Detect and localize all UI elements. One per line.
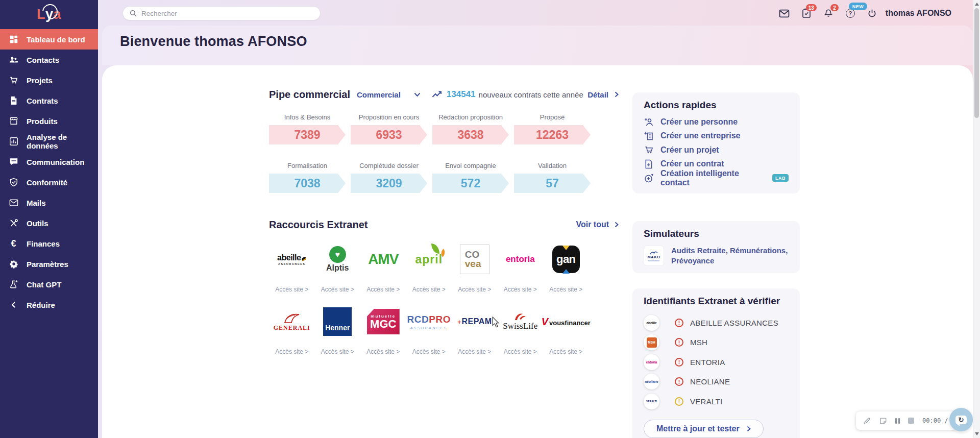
update-and-test-button[interactable]: Mettre à jour et tester: [644, 420, 764, 438]
sidebar-item-conformite[interactable]: Conformité: [0, 172, 98, 192]
alptis-logo[interactable]: Alptis: [326, 243, 349, 276]
access-site-link[interactable]: Accès site >: [549, 286, 582, 293]
access-site-link[interactable]: Accès site >: [366, 348, 400, 355]
sidebar-item-dashboard[interactable]: Tableau de bord: [0, 29, 98, 50]
tasks-icon[interactable]: 13: [801, 8, 812, 19]
sidebar-item-communication[interactable]: Communication: [0, 152, 98, 172]
app-logo[interactable]: Lya: [0, 0, 98, 29]
sidebar-item-label: Paramètres: [27, 260, 68, 269]
stage-chip[interactable]: 3638: [432, 125, 509, 144]
swisslife-logo[interactable]: SwissLife: [503, 305, 537, 338]
voir-tout-link[interactable]: Voir tout: [576, 220, 619, 229]
extranet-tile-covea: CO vea Accès site >: [452, 243, 498, 305]
simulateur-mako-link[interactable]: MAKO Audits Retraite, Rémunérations, Pré…: [644, 246, 789, 266]
sidebar-item-label: Réduire: [27, 301, 55, 309]
abeille-logo[interactable]: abeille ASSURANCES: [277, 243, 306, 276]
access-site-link[interactable]: Accès site >: [321, 286, 354, 293]
access-site-link[interactable]: Accès site >: [549, 348, 582, 355]
stage-chip[interactable]: 572: [432, 174, 509, 193]
access-site-link[interactable]: Accès site >: [504, 286, 537, 293]
sidebar-item-finances[interactable]: € Finances: [0, 233, 98, 254]
access-site-link[interactable]: Accès site >: [275, 348, 308, 355]
sidebar-item-mails[interactable]: Mails: [0, 192, 98, 213]
identifiant-row-msh[interactable]: MSH MSH: [644, 333, 789, 353]
logout-power-icon[interactable]: [867, 8, 878, 19]
rcdpro-logo[interactable]: RCDPRO ASSURANCES: [407, 305, 451, 338]
identifiant-row-veralti[interactable]: VERALTI VERALTI: [644, 392, 789, 411]
access-site-link[interactable]: Accès site >: [275, 286, 308, 293]
stop-icon[interactable]: [908, 418, 914, 424]
sidebar-item-outils[interactable]: Outils: [0, 213, 98, 233]
access-site-link[interactable]: Accès site >: [412, 348, 446, 355]
pipe-title: Pipe commercial: [269, 89, 350, 101]
scroll-down-arrow[interactable]: [975, 432, 979, 435]
note-icon[interactable]: [879, 417, 887, 425]
messages-icon[interactable]: [779, 8, 790, 19]
chevron-down-icon[interactable]: [414, 92, 421, 97]
stage-chip[interactable]: 7389: [269, 125, 346, 144]
action-create-company[interactable]: Créer une entreprise: [644, 130, 789, 142]
stage-chip[interactable]: 3209: [351, 174, 427, 193]
action-smart-create-contact[interactable]: Création intelligente contact LAB: [644, 172, 789, 184]
repam-logo[interactable]: + REPAM: [457, 305, 492, 338]
extranet-tile-mgc: mutuelle MGC Accès site >: [360, 305, 406, 368]
amv-logo[interactable]: AMV: [368, 243, 398, 276]
pipe-detail-link[interactable]: Détail: [587, 90, 619, 99]
access-site-link[interactable]: Accès site >: [458, 286, 491, 293]
chat-icon: [8, 157, 19, 167]
sidebar-item-contrats[interactable]: Contrats: [0, 90, 98, 111]
pause-icon[interactable]: [895, 418, 900, 424]
action-create-contract[interactable]: Créer un contrat: [644, 158, 789, 170]
extranet-tile-alptis: Alptis Accès site >: [315, 243, 361, 305]
access-site-link[interactable]: Accès site >: [321, 348, 354, 355]
sidebar-item-reduire[interactable]: Réduire: [0, 295, 98, 315]
sidebar-item-projets[interactable]: Projets: [0, 70, 98, 90]
stage-chip[interactable]: 12263: [514, 125, 591, 144]
mail-icon: [8, 198, 19, 208]
action-create-project[interactable]: Créer un projet: [644, 144, 789, 156]
search-input[interactable]: [141, 10, 313, 17]
assistant-chat-button[interactable]: ↻: [949, 408, 973, 431]
identifiant-row-abeille[interactable]: abeille ABEILLE ASSURANCES: [644, 313, 789, 333]
sidebar-item-produits[interactable]: Produits: [0, 111, 98, 131]
access-site-link[interactable]: Accès site >: [504, 348, 537, 355]
vousfinancer-logo[interactable]: V vousfinancer: [542, 305, 591, 338]
henner-logo[interactable]: Henner: [323, 305, 352, 338]
pipe-stage: Formalisation 7038: [269, 162, 351, 193]
msh-logo: MSH: [644, 334, 659, 350]
sidebar-item-parametres[interactable]: Paramètres: [0, 254, 98, 274]
actions-rapides-card: Actions rapides Créer une personne Créer…: [632, 92, 800, 193]
action-create-person[interactable]: Créer une personne: [644, 116, 789, 128]
identifiant-row-entoria[interactable]: entoria ENTORIA: [644, 352, 789, 372]
stage-chip[interactable]: 6933: [351, 125, 427, 144]
pipe-filter-dropdown[interactable]: Commercial: [357, 90, 401, 99]
sidebar-item-analyse[interactable]: Analyse de données: [0, 131, 98, 152]
file-add-icon: [644, 159, 654, 169]
raccourcis-header: Raccourcis Extranet Voir tout: [269, 218, 619, 231]
scroll-up-arrow[interactable]: [975, 3, 979, 6]
sidebar-item-label: Mails: [27, 199, 46, 207]
access-site-link[interactable]: Accès site >: [366, 286, 400, 293]
sidebar-item-chatgpt[interactable]: Chat GPT: [0, 274, 98, 295]
stage-chip[interactable]: 57: [514, 174, 591, 193]
access-site-link[interactable]: Accès site >: [458, 348, 491, 355]
covea-logo[interactable]: CO vea: [460, 243, 489, 276]
mgc-logo[interactable]: mutuelle MGC: [367, 305, 400, 338]
help-icon[interactable]: NEW: [845, 8, 856, 19]
sidebar-item-contacts[interactable]: Contacts: [0, 50, 98, 70]
gan-logo[interactable]: gan: [552, 243, 580, 276]
scrollbar-thumb[interactable]: [974, 8, 979, 118]
identifiant-row-neoliane[interactable]: néoliane NEOLIANE: [644, 372, 789, 392]
extranet-tile-april: april Accès site >: [406, 243, 452, 305]
pipe-total-value: 134541: [447, 89, 476, 100]
user-name[interactable]: thomas AFONSO: [886, 9, 951, 18]
pen-icon[interactable]: [863, 417, 871, 425]
april-logo[interactable]: april: [415, 243, 443, 276]
generali-logo[interactable]: GENERALI: [274, 305, 310, 338]
notifications-bell-icon[interactable]: 2: [823, 8, 834, 19]
extranet-tile-repam: + REPAM Accès site >: [452, 305, 498, 368]
search-bar[interactable]: [122, 6, 321, 20]
stage-chip[interactable]: 7038: [269, 174, 346, 193]
entoria-logo[interactable]: entoria: [506, 243, 535, 276]
access-site-link[interactable]: Accès site >: [412, 286, 446, 293]
